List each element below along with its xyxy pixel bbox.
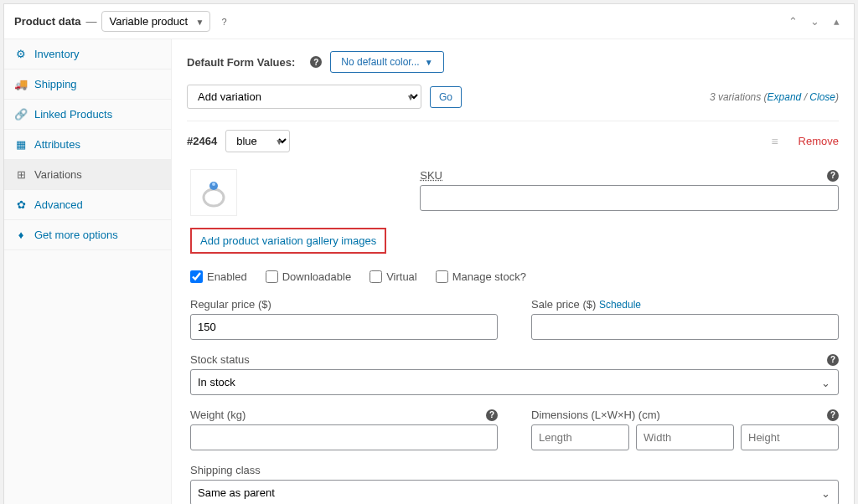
manage-stock-checkbox-label[interactable]: Manage stock? xyxy=(436,270,526,283)
sidebar-item-more[interactable]: ♦ Get more options xyxy=(4,220,171,250)
sidebar-item-label: Shipping xyxy=(34,78,77,90)
variation-image-thumb[interactable] xyxy=(190,169,237,216)
virtual-checkbox[interactable] xyxy=(370,270,382,283)
collapse-up-icon[interactable]: ⌃ xyxy=(785,15,800,28)
go-button[interactable]: Go xyxy=(430,86,462,108)
add-variation-select[interactable]: Add variation xyxy=(187,85,421,109)
variation-count: 3 variations (Expand / Close) xyxy=(710,91,839,103)
more-icon: ♦ xyxy=(14,229,28,241)
sidebar-item-label: Linked Products xyxy=(34,108,112,121)
enabled-checkbox[interactable] xyxy=(190,270,203,283)
help-icon[interactable]: ? xyxy=(217,15,230,28)
attributes-icon: ▦ xyxy=(14,138,28,151)
shipping-icon: 🚚 xyxy=(14,78,28,90)
stock-status-select[interactable]: In stock xyxy=(190,369,839,395)
svg-point-0 xyxy=(204,189,224,206)
chevron-down-icon: ▼ xyxy=(425,58,433,67)
help-icon[interactable]: ? xyxy=(486,409,498,421)
close-link[interactable]: Close xyxy=(809,91,835,103)
sidebar-item-shipping[interactable]: 🚚 Shipping xyxy=(4,69,171,100)
sidebar-item-advanced[interactable]: ✿ Advanced xyxy=(4,190,171,220)
virtual-checkbox-label[interactable]: Virtual xyxy=(370,270,417,283)
schedule-link[interactable]: Schedule xyxy=(599,299,641,311)
height-input[interactable] xyxy=(741,424,839,450)
length-input[interactable] xyxy=(531,424,629,450)
sale-price-input[interactable] xyxy=(531,314,839,340)
sidebar-item-label: Variations xyxy=(34,168,82,181)
panel-actions: ⌃ ⌄ ▴ xyxy=(785,15,844,28)
expand-link[interactable]: Expand xyxy=(768,91,802,103)
enabled-checkbox-label[interactable]: Enabled xyxy=(190,270,247,283)
variation-id: #2464 xyxy=(187,135,217,147)
advanced-icon: ✿ xyxy=(14,198,28,211)
linked-icon: 🔗 xyxy=(14,108,28,121)
weight-label: Weight (kg) xyxy=(190,409,246,421)
sku-input[interactable] xyxy=(420,185,839,211)
sale-price-label: Sale price ($) xyxy=(531,298,596,311)
panel-title: Product data xyxy=(14,15,80,28)
downloadable-checkbox-label[interactable]: Downloadable xyxy=(266,270,351,283)
downloadable-checkbox[interactable] xyxy=(266,270,278,283)
collapse-down-icon[interactable]: ⌄ xyxy=(807,15,822,28)
collapse-all-icon[interactable]: ▴ xyxy=(829,15,844,28)
sidebar-item-label: Advanced xyxy=(34,198,83,211)
variations-icon: ⊞ xyxy=(14,168,28,181)
inventory-icon: ⚙ xyxy=(14,48,28,60)
ring-image-icon xyxy=(197,176,230,209)
sidebar-item-attributes[interactable]: ▦ Attributes xyxy=(4,130,171,160)
dimensions-label: Dimensions (L×W×H) (cm) xyxy=(531,409,660,421)
shipping-class-select[interactable]: Same as parent xyxy=(190,480,839,504)
drag-handle-icon[interactable]: ≡ xyxy=(771,135,778,148)
remove-link[interactable]: Remove xyxy=(799,135,839,147)
panel-header: Product data — Variable product ▼ ? ⌃ ⌄ … xyxy=(4,4,854,39)
default-form-select[interactable]: No default color... ▼ xyxy=(330,51,443,73)
help-icon[interactable]: ? xyxy=(827,170,839,182)
help-icon[interactable]: ? xyxy=(827,354,839,366)
sidebar-item-label: Inventory xyxy=(34,48,79,60)
sku-label: SKU xyxy=(420,169,442,182)
title-separator: — xyxy=(85,15,96,28)
variation-attr-select[interactable]: blue xyxy=(225,130,290,152)
default-form-label: Default Form Values: xyxy=(187,56,295,69)
sidebar-item-linked[interactable]: 🔗 Linked Products xyxy=(4,100,171,130)
shipping-class-label: Shipping class xyxy=(190,464,261,476)
product-type-select[interactable]: Variable product xyxy=(101,11,210,32)
sidebar-item-inventory[interactable]: ⚙ Inventory xyxy=(4,39,171,69)
regular-price-input[interactable] xyxy=(190,314,498,340)
manage-stock-checkbox[interactable] xyxy=(436,270,448,283)
regular-price-label: Regular price ($) xyxy=(190,298,271,311)
add-gallery-images-link[interactable]: Add product variation gallery images xyxy=(190,228,386,254)
weight-input[interactable] xyxy=(190,424,498,450)
width-input[interactable] xyxy=(636,424,734,450)
stock-status-label: Stock status xyxy=(190,353,250,366)
sidebar-item-label: Get more options xyxy=(34,229,118,241)
sidebar: ⚙ Inventory 🚚 Shipping 🔗 Linked Products… xyxy=(4,39,172,504)
help-icon[interactable]: ? xyxy=(310,56,322,68)
sidebar-item-variations[interactable]: ⊞ Variations xyxy=(4,160,171,190)
sidebar-item-label: Attributes xyxy=(34,138,80,151)
help-icon[interactable]: ? xyxy=(827,409,839,421)
svg-point-2 xyxy=(212,183,215,186)
main-content: Default Form Values: ? No default color.… xyxy=(172,39,854,504)
